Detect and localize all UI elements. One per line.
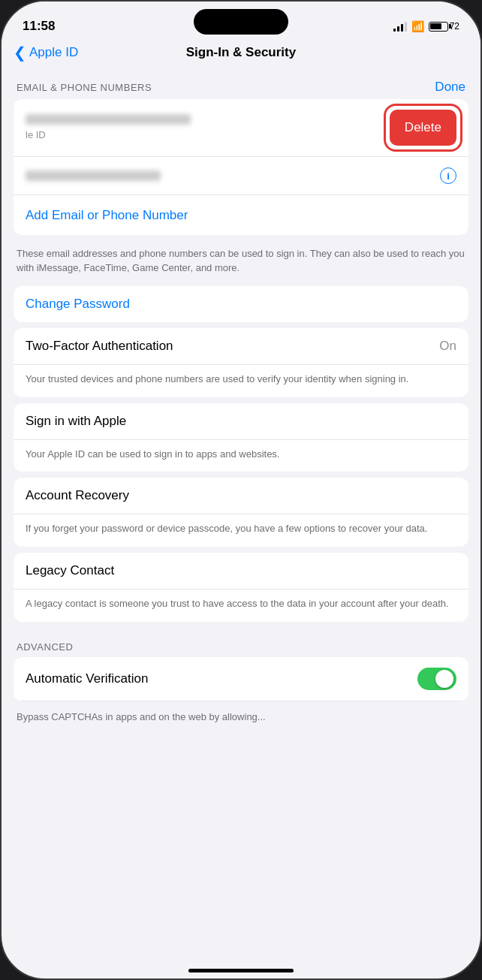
nav-bar: ❮ Apple ID Sign-In & Security <box>2 42 480 66</box>
two-factor-desc: Your trusted devices and phone numbers a… <box>14 365 468 397</box>
page-title: Sign-In & Security <box>186 45 296 60</box>
advanced-section: ADVANCED Automatic Verification Bypass C… <box>2 628 480 734</box>
phone-blurred <box>26 170 161 181</box>
info-badge[interactable]: i <box>440 167 456 184</box>
phone-frame: 11:58 📶 72 ❮ Apple ID Sign-In & Security <box>0 0 482 980</box>
content-area: EMAIL & PHONE NUMBERS Done le ID Delete … <box>2 66 480 966</box>
status-icons: 📶 72 <box>393 20 459 32</box>
dynamic-island <box>194 9 288 35</box>
account-recovery-card: Account Recovery If you forget your pass… <box>14 478 468 547</box>
auto-verification-toggle[interactable] <box>417 668 456 690</box>
sign-in-apple-card: Sign in with Apple Your Apple ID can be … <box>14 403 468 472</box>
battery-level: 72 <box>450 21 459 32</box>
back-label[interactable]: Apple ID <box>29 45 78 60</box>
battery-icon: 72 <box>429 21 459 32</box>
email-section-header: EMAIL & PHONE NUMBERS Done <box>2 66 480 99</box>
email-description: These email addresses and phone numbers … <box>2 241 480 286</box>
change-password-label: Change Password <box>26 297 130 311</box>
toggle-thumb <box>435 670 453 688</box>
account-recovery-row[interactable]: Account Recovery <box>14 478 468 514</box>
done-button[interactable]: Done <box>435 80 465 95</box>
status-bar: 11:58 📶 72 <box>2 2 480 42</box>
wifi-icon: 📶 <box>411 20 424 32</box>
delete-button-wrap: Delete <box>390 110 456 146</box>
delete-button[interactable]: Delete <box>390 110 456 146</box>
sign-in-apple-row[interactable]: Sign in with Apple <box>14 403 468 440</box>
email-section-label: EMAIL & PHONE NUMBERS <box>17 82 152 93</box>
auto-verification-row[interactable]: Automatic Verification <box>14 657 468 701</box>
legacy-contact-card: Legacy Contact A legacy contact is someo… <box>14 553 468 622</box>
legacy-contact-label: Legacy Contact <box>26 563 114 577</box>
add-email-row[interactable]: Add Email or Phone Number <box>14 194 468 235</box>
two-factor-card: Two-Factor Authentication On Your truste… <box>14 328 468 397</box>
legacy-contact-row[interactable]: Legacy Contact <box>14 553 468 590</box>
sign-in-apple-label: Sign in with Apple <box>26 414 126 428</box>
signal-icon <box>393 21 407 32</box>
two-factor-label: Two-Factor Authentication <box>26 339 173 354</box>
account-recovery-label: Account Recovery <box>26 488 129 502</box>
back-button[interactable]: ❮ Apple ID <box>14 45 78 60</box>
two-factor-row[interactable]: Two-Factor Authentication On <box>14 328 468 365</box>
status-time: 11:58 <box>23 19 55 34</box>
advanced-label: ADVANCED <box>17 641 73 653</box>
advanced-section-header: ADVANCED <box>2 628 480 657</box>
account-recovery-desc: If you forget your password or device pa… <box>14 514 468 547</box>
apple-id-sublabel: le ID <box>26 129 46 140</box>
email-phone-card: le ID Delete i Add Email or Phone Number <box>14 99 468 235</box>
email-text-block: le ID <box>26 114 390 141</box>
phone-row: i <box>14 157 468 194</box>
two-factor-value: On <box>439 339 456 354</box>
home-indicator <box>188 969 294 972</box>
sign-in-apple-desc: Your Apple ID can be used to sign in to … <box>14 440 468 472</box>
auto-verification-card: Automatic Verification <box>14 657 468 701</box>
auto-verification-desc: Bypass CAPTCHAs in apps and on the web b… <box>2 707 480 734</box>
change-password-row[interactable]: Change Password <box>14 286 468 322</box>
email-blurred <box>26 114 191 125</box>
legacy-contact-desc: A legacy contact is someone you trust to… <box>14 590 468 622</box>
back-chevron-icon: ❮ <box>14 45 26 60</box>
auto-verification-label: Automatic Verification <box>26 671 148 686</box>
email-row: le ID Delete <box>14 99 468 157</box>
change-password-card: Change Password <box>14 286 468 322</box>
add-email-label: Add Email or Phone Number <box>26 208 188 223</box>
